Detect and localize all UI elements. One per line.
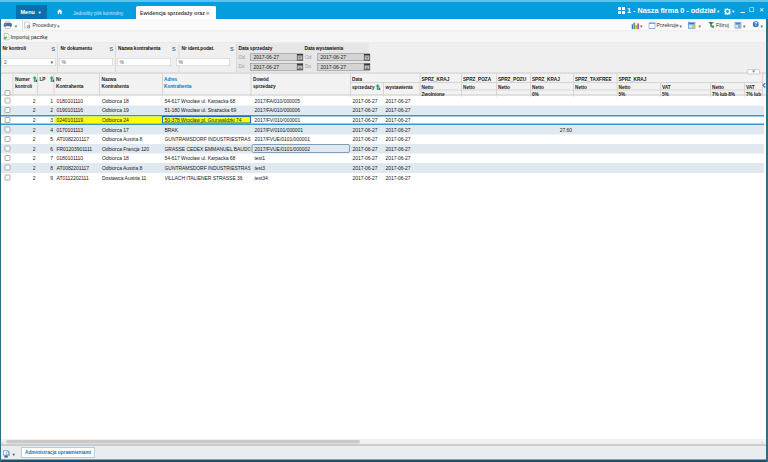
svg-text:?: ? — [754, 22, 757, 27]
